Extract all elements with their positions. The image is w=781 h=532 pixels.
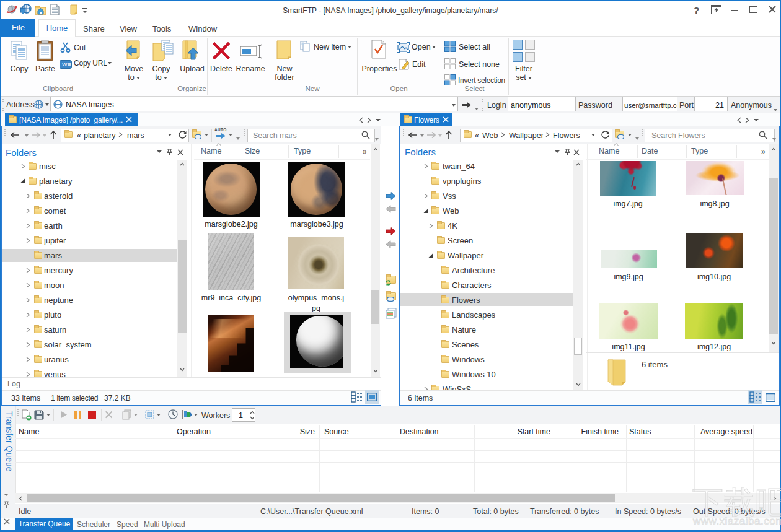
svg-text:W: W (62, 61, 68, 68)
